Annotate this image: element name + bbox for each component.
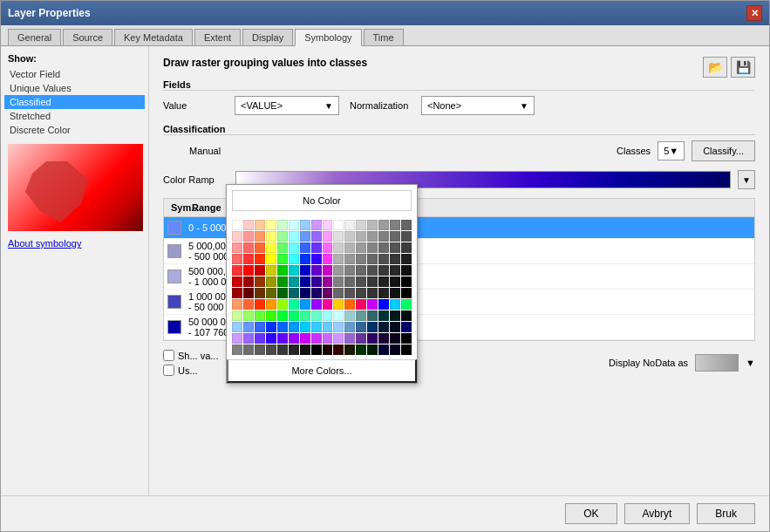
color-cell[interactable] [333,242,344,253]
color-cell[interactable] [255,254,265,264]
color-cell[interactable] [356,310,366,321]
color-cell[interactable] [300,276,310,287]
color-cell[interactable] [232,288,242,298]
color-cell[interactable] [401,276,412,287]
color-cell[interactable] [356,265,366,276]
color-cell[interactable] [243,310,254,321]
tab-symbology[interactable]: Symbology [295,29,361,46]
color-cell[interactable] [300,322,310,332]
color-cell[interactable] [333,231,344,242]
color-cell[interactable] [401,299,412,310]
sidebar-item-classified[interactable]: Classified [4,95,145,109]
color-cell[interactable] [243,322,254,332]
color-cell[interactable] [390,288,400,298]
color-cell[interactable] [255,310,265,321]
color-cell[interactable] [390,276,400,287]
color-cell[interactable] [378,242,389,253]
color-cell[interactable] [266,265,276,276]
color-cell[interactable] [300,220,310,230]
color-cell[interactable] [232,344,242,355]
color-cell[interactable] [356,242,366,253]
value-dropdown[interactable]: <VALUE> ▼ [235,96,339,115]
color-cell[interactable] [367,322,378,332]
color-cell[interactable] [401,310,412,321]
color-cell[interactable] [390,310,400,321]
color-cell[interactable] [390,242,400,253]
color-cell[interactable] [311,310,322,321]
color-cell[interactable] [401,265,412,276]
color-cell[interactable] [289,276,299,287]
color-cell[interactable] [255,322,265,332]
tab-general[interactable]: General [8,29,61,45]
color-cell[interactable] [277,288,288,298]
color-cell[interactable] [277,310,288,321]
color-cell[interactable] [300,299,310,310]
color-cell[interactable] [243,276,254,287]
color-cell[interactable] [277,276,288,287]
color-cell[interactable] [333,288,344,298]
color-cell[interactable] [266,322,276,332]
color-cell[interactable] [243,265,254,276]
color-cell[interactable] [255,231,265,242]
color-cell[interactable] [266,254,276,264]
color-cell[interactable] [367,310,378,321]
color-cell[interactable] [390,254,400,264]
ok-button[interactable]: OK [565,503,617,524]
color-cell[interactable] [367,344,378,355]
color-cell[interactable] [401,242,412,253]
color-cell[interactable] [367,220,378,230]
color-cell[interactable] [311,288,322,298]
color-cell[interactable] [344,344,355,355]
color-cell[interactable] [390,344,400,355]
load-button[interactable]: 📂 [703,57,727,78]
color-cell[interactable] [333,333,344,344]
color-cell[interactable] [289,288,299,298]
color-cell[interactable] [333,322,344,332]
color-cell[interactable] [367,276,378,287]
color-cell[interactable] [356,333,366,344]
color-cell[interactable] [344,288,355,298]
color-cell[interactable] [255,288,265,298]
classes-dropdown[interactable]: 5 ▼ [658,141,685,160]
color-cell[interactable] [401,254,412,264]
color-cell[interactable] [311,276,322,287]
color-ramp-dropdown[interactable]: ▼ [738,170,755,189]
color-cell[interactable] [311,265,322,276]
about-symbology-link[interactable]: About symbology [4,238,145,249]
color-cell[interactable] [311,322,322,332]
color-cell[interactable] [390,322,400,332]
color-cell[interactable] [243,220,254,230]
color-cell[interactable] [232,242,242,253]
color-cell[interactable] [255,242,265,253]
color-cell[interactable] [390,265,400,276]
color-cell[interactable] [344,310,355,321]
color-cell[interactable] [367,265,378,276]
color-cell[interactable] [232,254,242,264]
color-cell[interactable] [232,299,242,310]
show-values-checkbox[interactable] [163,350,174,361]
tab-display[interactable]: Display [242,29,293,45]
color-cell[interactable] [289,344,299,355]
save-button[interactable]: 💾 [731,57,755,78]
color-cell[interactable] [323,276,333,287]
color-cell[interactable] [266,276,276,287]
color-cell[interactable] [300,254,310,264]
color-cell[interactable] [344,242,355,253]
color-cell[interactable] [356,220,366,230]
color-cell[interactable] [255,299,265,310]
color-cell[interactable] [367,333,378,344]
color-cell[interactable] [356,254,366,264]
tab-extent[interactable]: Extent [194,29,241,45]
use-checkbox[interactable] [163,365,174,376]
color-cell[interactable] [289,254,299,264]
color-cell[interactable] [289,333,299,344]
color-cell[interactable] [300,231,310,242]
color-cell[interactable] [300,310,310,321]
apply-button[interactable]: Bruk [697,503,755,524]
color-cell[interactable] [232,333,242,344]
color-cell[interactable] [232,220,242,230]
color-cell[interactable] [323,220,333,230]
color-cell[interactable] [344,299,355,310]
color-cell[interactable] [390,299,400,310]
color-cell[interactable] [277,254,288,264]
